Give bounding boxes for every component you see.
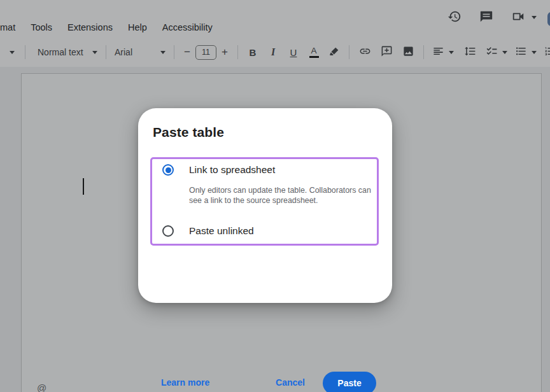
option-description: Only editors can update the table. Colla… xyxy=(189,185,376,206)
radio-selected-icon[interactable] xyxy=(162,164,174,176)
option-link-to-spreadsheet[interactable]: Link to spreadsheet xyxy=(152,164,275,176)
paste-options-group: Link to spreadsheet Only editors can upd… xyxy=(150,157,379,246)
option-label: Link to spreadsheet xyxy=(189,164,275,176)
option-paste-unlinked[interactable]: Paste unlinked xyxy=(152,225,254,237)
learn-more-link[interactable]: Learn more xyxy=(161,377,209,388)
paste-button[interactable]: Paste xyxy=(323,372,376,392)
option-label: Paste unlinked xyxy=(189,225,254,237)
paste-table-dialog: Paste table Link to spreadsheet Only edi… xyxy=(138,108,392,303)
cancel-button[interactable]: Cancel xyxy=(276,377,305,388)
radio-unselected-icon[interactable] xyxy=(162,225,174,237)
dialog-title: Paste table xyxy=(153,125,224,140)
dialog-footer: Learn more Cancel Paste xyxy=(138,372,392,392)
